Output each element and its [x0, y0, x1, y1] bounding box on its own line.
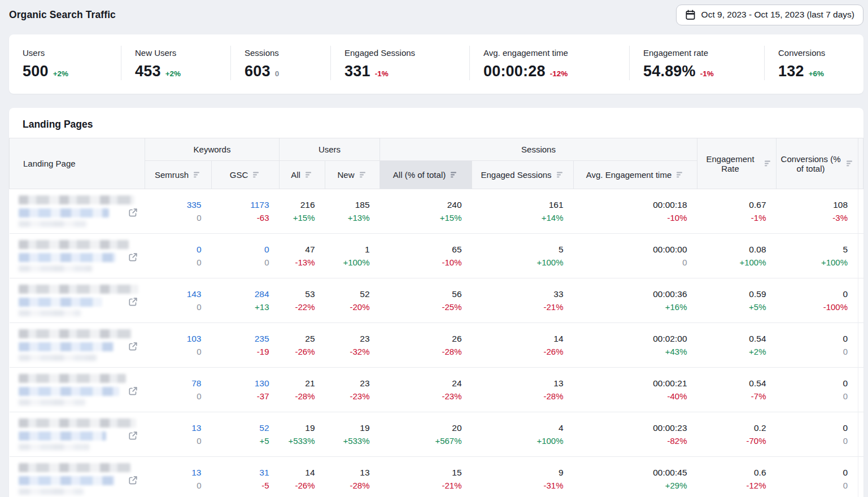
kpi-delta: 0 [275, 69, 280, 78]
cell-engaged_sessions: 161+14% [472, 189, 574, 234]
external-link-icon[interactable] [128, 207, 138, 218]
cell-gsc: 00 [212, 234, 280, 278]
landing-page-cell[interactable] [10, 323, 145, 368]
redacted-page-title [19, 374, 126, 383]
table-row: 130 52+5 19+533% 19+533% 20+567% 4+100% … [10, 412, 863, 457]
kpi-value: 331 [344, 63, 370, 80]
cell-engagement_rate: 0.59+5% [697, 278, 777, 323]
date-range-picker[interactable]: Oct 9, 2023 - Oct 15, 2023 (last 7 days) [676, 5, 863, 25]
cell-users_all: 47-13% [280, 234, 325, 278]
table-row: 00 00 47-13% 1+100% 65-10% 5+100% 00:00:… [10, 234, 863, 278]
top-bar: Organic Search Traffic Oct 9, 2023 - Oct… [9, 0, 863, 29]
sort-icon[interactable] [193, 171, 202, 178]
kpi-item: New Users 453 +2% [121, 46, 230, 80]
sort-icon[interactable] [556, 171, 565, 178]
cell-engaged_sessions: 5+100% [472, 234, 574, 278]
redacted-page-url [19, 298, 102, 307]
cell-gsc: 1173-63 [212, 189, 280, 234]
redacted-page-meta [19, 310, 81, 316]
external-link-icon[interactable] [128, 475, 138, 486]
kpi-item: Avg. engagement time 00:00:28 -12% [469, 46, 629, 80]
cell-avg_engagement_time: 00:00:45+29% [574, 457, 697, 497]
redacted-page-title [19, 463, 130, 472]
cell-sessions_all_pct: 65-10% [380, 234, 472, 278]
sort-icon[interactable] [846, 160, 854, 167]
cell-users_new: 23-32% [325, 323, 380, 368]
cell-engaged_sessions: 14-26% [472, 323, 574, 368]
redacted-page-url [19, 208, 109, 217]
row-gutter [858, 189, 863, 234]
sort-icon[interactable] [359, 171, 368, 178]
cell-engagement_rate: 0.54-7% [697, 368, 777, 412]
kpi-label: Sessions [245, 48, 325, 58]
column-header-conversions[interactable]: Conversions (% of total) [777, 138, 858, 189]
cell-semrush: 00 [145, 234, 212, 278]
cell-conversions_pct: 108-3% [777, 189, 858, 234]
column-header-landing-page: Landing Page [10, 138, 145, 189]
column-header-engagement-rate[interactable]: Engagement Rate [697, 138, 777, 189]
column-group-keywords: Keywords [145, 138, 280, 161]
redacted-page-title [19, 418, 136, 428]
kpi-summary-card: Users 500 +2% New Users 453 +2% Sessions… [9, 34, 863, 94]
cell-sessions_all_pct: 26-28% [380, 323, 472, 368]
column-header-sessions-all-pct[interactable]: All (% of total) [380, 161, 472, 189]
sort-icon[interactable] [764, 160, 773, 167]
row-gutter [858, 234, 863, 278]
cell-engagement_rate: 0.2-70% [697, 412, 777, 457]
landing-page-cell[interactable] [10, 278, 145, 323]
redacted-page-url [19, 342, 114, 351]
kpi-label: Users [23, 48, 115, 58]
cell-sessions_all_pct: 24-23% [380, 368, 472, 412]
landing-pages-table: Landing Page Keywords Users Sessions Eng… [9, 138, 863, 497]
landing-page-cell[interactable] [10, 368, 145, 412]
landing-page-cell[interactable] [10, 189, 145, 234]
external-link-icon[interactable] [128, 430, 138, 441]
cell-engaged_sessions: 33-21% [472, 278, 574, 323]
cell-semrush: 1030 [145, 323, 212, 368]
redacted-page-title [19, 195, 134, 204]
column-header-semrush[interactable]: Semrush [145, 161, 212, 189]
landing-page-cell[interactable] [10, 457, 145, 497]
kpi-label: New Users [135, 48, 225, 58]
kpi-delta: +2% [165, 69, 181, 78]
landing-pages-card: Landing Pages Landing Page Keywords User… [9, 108, 863, 497]
redacted-page-title [19, 285, 138, 294]
external-link-icon[interactable] [128, 386, 138, 396]
sort-icon[interactable] [450, 171, 459, 178]
page: Organic Search Traffic Oct 9, 2023 - Oct… [0, 0, 868, 497]
external-link-icon[interactable] [128, 341, 138, 352]
kpi-delta: -1% [700, 69, 714, 78]
cell-semrush: 130 [145, 412, 212, 457]
redacted-page-meta [19, 444, 89, 450]
external-link-icon[interactable] [128, 252, 138, 263]
cell-gsc: 31-5 [212, 457, 280, 497]
cell-engagement_rate: 0.08+100% [697, 234, 777, 278]
external-link-icon[interactable] [128, 297, 138, 307]
cell-sessions_all_pct: 56-25% [380, 278, 472, 323]
cell-engagement_rate: 0.67-1% [697, 189, 777, 234]
cell-semrush: 130 [145, 457, 212, 497]
landing-page-cell[interactable] [10, 412, 145, 457]
cell-gsc: 284+13 [212, 278, 280, 323]
cell-engaged_sessions: 13-28% [472, 368, 574, 412]
sort-icon[interactable] [252, 171, 261, 178]
column-header-users-new[interactable]: New [325, 161, 380, 189]
cell-users_all: 14-26% [280, 457, 325, 497]
sort-icon[interactable] [305, 171, 313, 178]
kpi-label: Engaged Sessions [344, 48, 464, 58]
column-header-engaged-sessions[interactable]: Engaged Sessions [472, 161, 574, 189]
kpi-label: Conversions [778, 48, 858, 58]
landing-page-cell[interactable] [10, 234, 145, 278]
cell-conversions_pct: 00 [777, 323, 858, 368]
kpi-item: Engaged Sessions 331 -1% [330, 46, 469, 80]
redacted-page-title [19, 329, 132, 338]
sort-icon[interactable] [676, 171, 684, 178]
column-header-avg-engagement-time[interactable]: Avg. Engagement time [574, 161, 697, 189]
cell-users_all: 19+533% [280, 412, 325, 457]
redacted-page-meta [19, 265, 92, 272]
cell-sessions_all_pct: 240+15% [380, 189, 472, 234]
column-header-gsc[interactable]: GSC [212, 161, 280, 189]
column-header-users-all[interactable]: All [280, 161, 325, 189]
table-body: 3350 1173-63 216+15% 185+13% 240+15% 161… [10, 189, 863, 497]
cell-conversions_pct: 00 [777, 412, 858, 457]
